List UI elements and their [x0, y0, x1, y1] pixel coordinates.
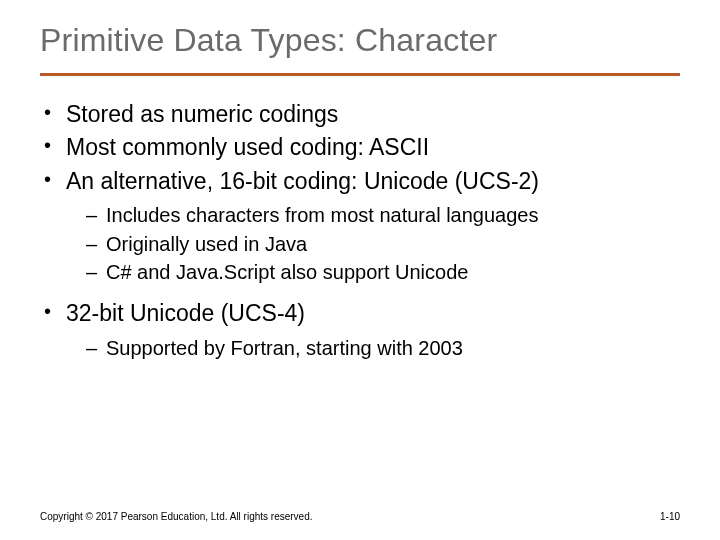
- sub-bullet-item: Originally used in Java: [86, 231, 680, 257]
- bullet-item: 32-bit Unicode (UCS-4) Supported by Fort…: [40, 299, 680, 361]
- slide-title: Primitive Data Types: Character: [0, 0, 720, 59]
- slide-body: Stored as numeric codings Most commonly …: [0, 76, 720, 361]
- sub-bullet-list: Supported by Fortran, starting with 2003: [66, 335, 680, 361]
- bullet-list: Stored as numeric codings Most commonly …: [40, 100, 680, 361]
- bullet-text: 32-bit Unicode (UCS-4): [66, 300, 305, 326]
- slide-footer: Copyright © 2017 Pearson Education, Ltd.…: [40, 511, 680, 522]
- sub-bullet-item: Supported by Fortran, starting with 2003: [86, 335, 680, 361]
- copyright-text: Copyright © 2017 Pearson Education, Ltd.…: [40, 511, 313, 522]
- page-number: 1-10: [660, 511, 680, 522]
- bullet-item: Stored as numeric codings: [40, 100, 680, 129]
- sub-bullet-list: Includes characters from most natural la…: [66, 202, 680, 285]
- sub-bullet-item: Includes characters from most natural la…: [86, 202, 680, 228]
- sub-bullet-item: C# and Java.Script also support Unicode: [86, 259, 680, 285]
- bullet-text: An alternative, 16-bit coding: Unicode (…: [66, 168, 539, 194]
- bullet-item: Most commonly used coding: ASCII: [40, 133, 680, 162]
- slide: Primitive Data Types: Character Stored a…: [0, 0, 720, 540]
- bullet-item: An alternative, 16-bit coding: Unicode (…: [40, 167, 680, 286]
